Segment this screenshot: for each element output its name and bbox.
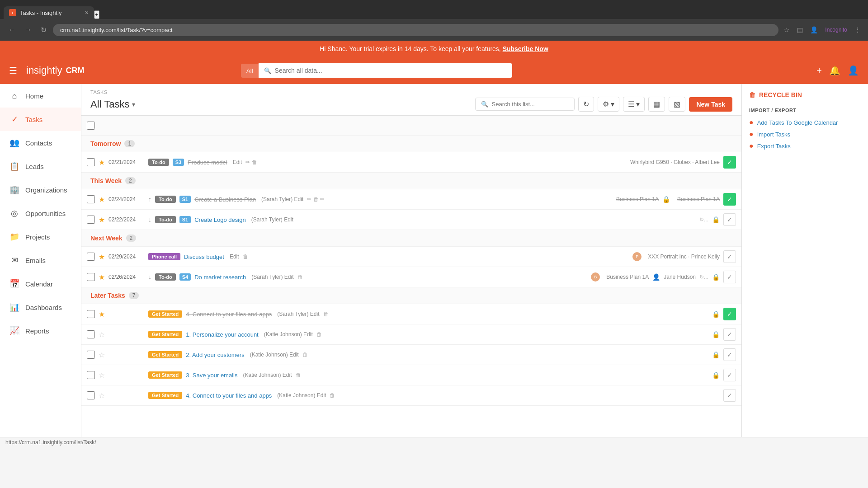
task-star-t7[interactable]: ☆: [99, 330, 105, 339]
projects-icon: 📁: [9, 231, 20, 242]
task-checkbox-t4[interactable]: [87, 253, 95, 261]
task-checkbox-t9[interactable]: [87, 371, 95, 379]
task-check-t3[interactable]: ✓: [723, 213, 736, 226]
select-all-checkbox[interactable]: [87, 122, 95, 130]
task-star-t3[interactable]: ★: [99, 216, 105, 224]
task-check-t10[interactable]: ✓: [723, 389, 736, 402]
task-check-t7[interactable]: ✓: [723, 328, 736, 341]
task-check-t5[interactable]: ✓: [723, 271, 736, 283]
incognito-button[interactable]: Incognito: [823, 24, 849, 35]
task-star-t8[interactable]: ☆: [99, 351, 105, 359]
task-badge-t3[interactable]: To-do: [155, 216, 176, 223]
task-link-t2[interactable]: Business Plan 1A: [616, 196, 659, 202]
task-checkbox-t2[interactable]: [87, 195, 95, 203]
task-name-t3[interactable]: Create Logo design: [194, 216, 245, 223]
search-scope-button[interactable]: All: [241, 64, 258, 78]
task-link-t4[interactable]: XXX Portrait Inc · Prince Kelly: [648, 253, 720, 260]
task-name-t6[interactable]: 4. Connect to your files and apps: [186, 311, 272, 318]
sidebar-item-emails[interactable]: ✉ Emails: [0, 249, 81, 272]
reports-icon: 📈: [9, 325, 20, 336]
task-link-t5[interactable]: Business Plan 1A: [606, 274, 649, 280]
task-checkbox-t5[interactable]: [87, 273, 95, 281]
task-name-t4[interactable]: Discuss budget: [184, 253, 224, 260]
task-link2-t2[interactable]: Business Plan 1A: [677, 196, 720, 202]
extensions-button[interactable]: ▤: [795, 24, 805, 35]
trial-banner: Hi Shane. Your trial expires in 14 days.…: [0, 41, 868, 57]
task-badge-t8[interactable]: Get Started: [148, 351, 182, 358]
task-link-t1[interactable]: Whirlybird G950 · Globex · Albert Lee: [630, 159, 720, 165]
export-tasks-link[interactable]: ● Export Tasks: [749, 140, 861, 152]
task-checkbox-t1[interactable]: [87, 158, 95, 166]
task-status-t2[interactable]: ✓: [723, 193, 736, 206]
task-badge-t4[interactable]: Phone call: [148, 253, 180, 260]
task-name-t2[interactable]: Create a Business Plan: [194, 196, 256, 203]
sidebar-item-organizations[interactable]: 🏢 Organizations: [0, 178, 81, 202]
sidebar-item-leads[interactable]: 📋 Leads: [0, 155, 81, 178]
sidebar-item-home[interactable]: ⌂ Home: [0, 84, 81, 108]
bookmark-button[interactable]: ☆: [782, 24, 792, 35]
hamburger-button[interactable]: ☰: [9, 65, 17, 76]
sidebar-item-tasks[interactable]: ✓ Tasks: [0, 108, 81, 131]
tasks-dropdown-arrow[interactable]: ▾: [132, 101, 135, 108]
sidebar-item-reports[interactable]: 📈 Reports: [0, 319, 81, 343]
task-checkbox-t8[interactable]: [87, 351, 95, 359]
task-star-t6[interactable]: ★: [99, 310, 105, 319]
task-name-t5[interactable]: Do market research: [194, 274, 246, 281]
sidebar-item-opportunities[interactable]: ◎ Opportunities: [0, 202, 81, 225]
task-star-t2[interactable]: ★: [99, 195, 105, 204]
task-name-t9[interactable]: 3. Save your emails: [186, 372, 237, 379]
task-name-t1[interactable]: Produce model: [188, 159, 227, 166]
task-name-t10[interactable]: 4. Connect to your files and apps: [186, 392, 272, 399]
task-star-t10[interactable]: ☆: [99, 391, 105, 400]
sidebar-item-dashboards[interactable]: 📊 Dashboards: [0, 296, 81, 319]
search-input[interactable]: [275, 63, 507, 78]
back-button[interactable]: ←: [5, 24, 18, 36]
task-name-t7[interactable]: 1. Personalize your account: [186, 331, 258, 338]
search-list-input[interactable]: [492, 101, 569, 108]
task-badge-t7[interactable]: Get Started: [148, 331, 182, 338]
task-status-t1[interactable]: ✓: [723, 156, 736, 169]
task-badge-t10[interactable]: Get Started: [148, 392, 182, 399]
task-badge-t5[interactable]: To-do: [155, 273, 176, 281]
filter-button[interactable]: ▦: [648, 97, 665, 112]
task-status-t6[interactable]: ✓: [723, 308, 736, 320]
task-badge-t6[interactable]: Get Started: [148, 310, 182, 318]
sidebar-item-projects[interactable]: 📁 Projects: [0, 225, 81, 249]
task-badge-t1[interactable]: To-do: [148, 159, 169, 166]
task-check-t4[interactable]: ✓: [723, 250, 736, 263]
sidebar-item-calendar[interactable]: 📅 Calendar: [0, 272, 81, 296]
task-check-t9[interactable]: ✓: [723, 369, 736, 381]
tab-close-button[interactable]: ×: [85, 9, 89, 16]
task-check-t8[interactable]: ✓: [723, 348, 736, 361]
task-badge-t2[interactable]: To-do: [155, 196, 176, 203]
address-bar[interactable]: [53, 24, 778, 36]
notifications-button[interactable]: 🔔: [829, 65, 840, 76]
add-button[interactable]: +: [816, 66, 822, 76]
import-tasks-link[interactable]: ● Import Tasks: [749, 128, 861, 140]
new-tab-button[interactable]: +: [94, 10, 99, 19]
user-profile-button[interactable]: 👤: [848, 65, 859, 76]
task-star-t1[interactable]: ★: [99, 158, 105, 167]
columns-button[interactable]: ▧: [669, 97, 685, 112]
refresh-button[interactable]: ↻: [38, 24, 49, 36]
sidebar-item-contacts[interactable]: 👥 Contacts: [0, 131, 81, 155]
add-google-calendar-link[interactable]: ● Add Tasks To Google Calendar: [749, 117, 861, 128]
refresh-list-button[interactable]: ↻: [578, 97, 594, 112]
task-checkbox-t6[interactable]: [87, 310, 95, 318]
view-toggle-button[interactable]: ☰ ▾: [623, 97, 645, 112]
forward-button[interactable]: →: [22, 24, 34, 36]
new-task-button[interactable]: New Task: [689, 97, 732, 112]
task-star-t4[interactable]: ★: [99, 253, 105, 261]
browser-tab[interactable]: i Tasks - Insightly ×: [4, 6, 94, 19]
task-badge-t9[interactable]: Get Started: [148, 371, 182, 379]
task-checkbox-t10[interactable]: [87, 391, 95, 399]
task-star-t9[interactable]: ☆: [99, 371, 105, 380]
settings-button[interactable]: ⚙ ▾: [598, 97, 619, 112]
task-checkbox-t3[interactable]: [87, 216, 95, 224]
task-name-t8[interactable]: 2. Add your customers: [186, 352, 244, 358]
subscribe-link[interactable]: Subscribe Now: [503, 45, 548, 52]
task-star-t5[interactable]: ★: [99, 273, 105, 282]
task-checkbox-t7[interactable]: [87, 330, 95, 338]
menu-button[interactable]: ⋮: [853, 24, 863, 35]
profile-button[interactable]: 👤: [808, 24, 820, 35]
